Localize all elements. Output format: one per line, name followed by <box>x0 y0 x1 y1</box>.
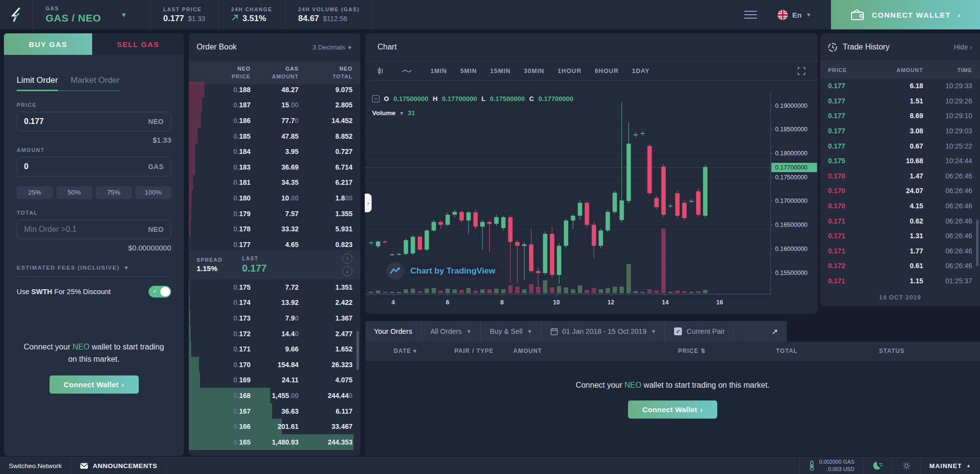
calendar-icon <box>551 327 558 335</box>
network-selector[interactable]: MAINNET▲ <box>920 457 980 474</box>
connect-wallet-button[interactable]: Connect Wallet› <box>628 400 717 419</box>
tab-sell-gas[interactable]: SELL GAS <box>92 33 184 55</box>
tab-market-order[interactable]: Market Order <box>71 75 120 90</box>
chart-title: Chart <box>365 33 818 61</box>
tab-limit-order[interactable]: Limit Order <box>17 75 58 91</box>
scroll-to-bottom-icon[interactable]: ↓ <box>342 266 352 276</box>
tradingview-logo-icon <box>386 262 404 280</box>
price-input[interactable] <box>24 117 144 126</box>
ask-row[interactable]: 0.1774.650.823 <box>189 237 360 250</box>
tradingview-attribution[interactable]: Chart by TradingView <box>386 262 496 280</box>
bid-row[interactable]: 0.170154.8426.323 <box>189 357 360 373</box>
total-input[interactable] <box>24 225 144 234</box>
chevron-down-icon[interactable]: ▼ <box>399 110 404 116</box>
ask-row[interactable]: 0.18547.858.852 <box>189 128 360 144</box>
date-range-picker[interactable]: 01 Jan 2018 - 15 Oct 2019▼ <box>542 321 666 342</box>
chevron-right-icon: › <box>700 405 703 414</box>
menu-icon[interactable] <box>744 11 757 19</box>
bid-row[interactable]: 0.16736.636.117 <box>189 403 360 419</box>
timeframe-6hour[interactable]: 6HOUR <box>595 68 619 75</box>
stat-sub-value: $1.33 <box>188 15 205 23</box>
estimated-fees-toggle[interactable]: ESTIMATED FEES (INCLUSIVE) ▼ <box>17 265 171 277</box>
attribution-text: Chart by TradingView <box>410 266 496 276</box>
bid-row[interactable]: 0.1681,455.00244.440 <box>189 388 360 403</box>
bid-row[interactable]: 0.1757.721.351 <box>189 279 360 295</box>
trade-row: 0.1701.4706:26:46 <box>820 169 980 184</box>
ask-row[interactable]: 0.1843.950.727 <box>189 144 360 159</box>
svg-text:10: 10 <box>553 299 560 306</box>
filter-all-orders[interactable]: All Orders▼ <box>422 321 481 342</box>
spread-value: 1.15% <box>197 264 223 273</box>
bid-row[interactable]: 0.1719.661.652 <box>189 341 360 357</box>
candlestick-style-icon[interactable] <box>377 67 384 75</box>
bids-list: 0.1757.721.3510.17413.922.4220.1737.901.… <box>189 279 360 453</box>
swth-discount-toggle[interactable]: ✓ <box>149 286 171 298</box>
timeframe-1day[interactable]: 1DAY <box>632 68 650 75</box>
bid-row[interactable]: 0.1737.901.367 <box>189 310 360 326</box>
language-selector[interactable]: En ▼ <box>778 10 811 20</box>
trade-row: 0.1711.3106:26:46 <box>820 228 980 244</box>
announcements-link[interactable]: ANNOUNCEMENTS <box>71 457 167 474</box>
pair-label: GAS <box>46 5 101 11</box>
amount-field-wrap: GAS <box>17 157 171 176</box>
bid-row[interactable]: 0.1651,480.93244.353 <box>189 434 360 450</box>
moon-icon <box>873 461 883 470</box>
ask-row[interactable]: 0.17833.325.931 <box>189 221 360 237</box>
filter-buy-sell[interactable]: Buy & Sell▼ <box>481 321 542 342</box>
price-field-wrap: NEO <box>17 112 171 131</box>
bid-row[interactable]: 0.17413.922.422 <box>189 295 360 311</box>
timeframe-1hour[interactable]: 1HOUR <box>557 68 581 75</box>
ask-row[interactable]: 0.18010.001.800 <box>189 190 360 206</box>
svg-text:14: 14 <box>662 299 669 306</box>
stat-sub-value: $112.56 <box>323 15 348 23</box>
decimals-selector[interactable]: 3 Decimals ▼ <box>313 44 352 51</box>
hide-trade-history-button[interactable]: Hide › <box>954 43 972 51</box>
swth-discount-label: Use SWTH For 25% Discount <box>17 288 111 296</box>
trade-row: 0.1720.6106:26:46 <box>820 258 980 274</box>
timeframe-15min[interactable]: 15MIN <box>490 68 511 75</box>
connect-wallet-button[interactable]: Connect Wallet› <box>50 375 139 394</box>
stat-24h-change: 24H CHANGE 3.51% <box>219 0 286 29</box>
ask-row[interactable]: 0.1797.571.355 <box>189 206 360 222</box>
timeframe-1min[interactable]: 1MIN <box>430 68 447 75</box>
stat-value: 0.177 <box>163 14 184 24</box>
current-pair-filter[interactable]: ✓ Current Pair <box>665 321 734 342</box>
day-mode-toggle[interactable] <box>892 457 920 474</box>
scrollbar-thumb[interactable] <box>976 220 979 266</box>
ask-row[interactable]: 0.18677.7014.452 <box>189 113 360 128</box>
total-label: TOTAL <box>17 210 171 216</box>
collapse-orderbook-handle[interactable]: › <box>365 194 372 212</box>
legend-toggle-icon[interactable]: – <box>372 95 379 102</box>
ask-row[interactable]: 0.18336.696.714 <box>189 159 360 175</box>
scroll-to-top-icon[interactable]: ↑ <box>342 253 352 264</box>
tab-buy-gas[interactable]: BUY GAS <box>4 33 92 55</box>
orders-column-price[interactable]: PRICE ⇅ <box>678 348 706 354</box>
percent-button-50[interactable]: 50% <box>56 186 93 199</box>
orders-column-date[interactable]: DATE ▾ <box>394 348 417 354</box>
line-style-icon[interactable] <box>402 69 412 74</box>
percent-button-25[interactable]: 25% <box>17 186 53 199</box>
amount-input[interactable] <box>24 162 144 171</box>
fullscreen-icon[interactable] <box>798 67 805 75</box>
timeframe-30min[interactable]: 30MIN <box>524 68 545 75</box>
bid-row[interactable]: 0.16924.114.075 <box>189 373 360 388</box>
percent-button-100[interactable]: 100% <box>135 186 172 199</box>
bid-row[interactable]: 0.166201.6133.467 <box>189 419 360 434</box>
expand-orders-icon[interactable]: ↗ <box>763 321 787 342</box>
connect-wallet-button[interactable]: CONNECT WALLET › <box>831 0 980 29</box>
bid-row[interactable]: 0.17214.402.477 <box>189 326 360 342</box>
timeframe-5min[interactable]: 5MIN <box>460 68 477 75</box>
ask-row[interactable]: 0.18134.356.217 <box>189 175 360 191</box>
pair-selector[interactable]: GAS GAS / NEO ▼ <box>33 0 151 29</box>
total-field-wrap: NEO <box>17 220 171 239</box>
night-mode-toggle[interactable] <box>863 457 892 474</box>
percent-button-75[interactable]: 75% <box>96 186 132 199</box>
app-logo[interactable] <box>0 0 33 29</box>
brand-link[interactable]: Switcheo.Network <box>0 457 71 474</box>
trade-form-panel: Limit Order Market Order PRICE NEO $1.33… <box>4 55 184 456</box>
ask-row[interactable]: 0.18848.279.075 <box>189 82 360 98</box>
scrollbar-thumb[interactable] <box>356 331 359 370</box>
order-book-header: NEOPRICE GASAMOUNT NEOTOTAL <box>189 61 360 84</box>
price-usd-value: $1.33 <box>17 136 171 144</box>
ask-row[interactable]: 0.18715.002.805 <box>189 98 360 113</box>
